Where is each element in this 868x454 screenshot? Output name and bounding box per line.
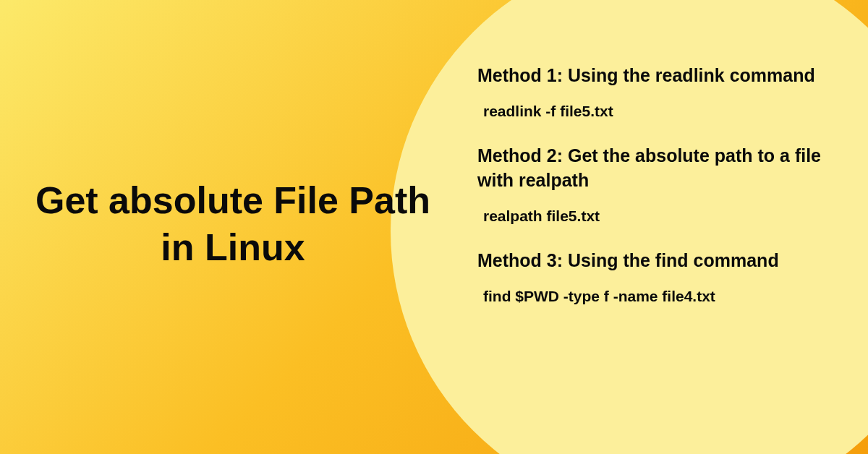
method-2: Method 2: Get the absolute path to a fil… <box>477 144 839 226</box>
method-1-heading: Method 1: Using the readlink command <box>477 64 839 88</box>
method-3: Method 3: Using the find command find $P… <box>477 249 839 306</box>
methods-list: Method 1: Using the readlink command rea… <box>477 64 839 329</box>
page-title: Get absolute File Path in Linux <box>16 177 450 271</box>
method-3-command: find $PWD -type f -name file4.txt <box>477 286 839 306</box>
method-1-command: readlink -f file5.txt <box>477 101 839 121</box>
method-2-heading: Method 2: Get the absolute path to a fil… <box>477 144 839 193</box>
method-1: Method 1: Using the readlink command rea… <box>477 64 839 121</box>
method-3-heading: Method 3: Using the find command <box>477 249 839 273</box>
method-2-command: realpath file5.txt <box>477 206 839 226</box>
